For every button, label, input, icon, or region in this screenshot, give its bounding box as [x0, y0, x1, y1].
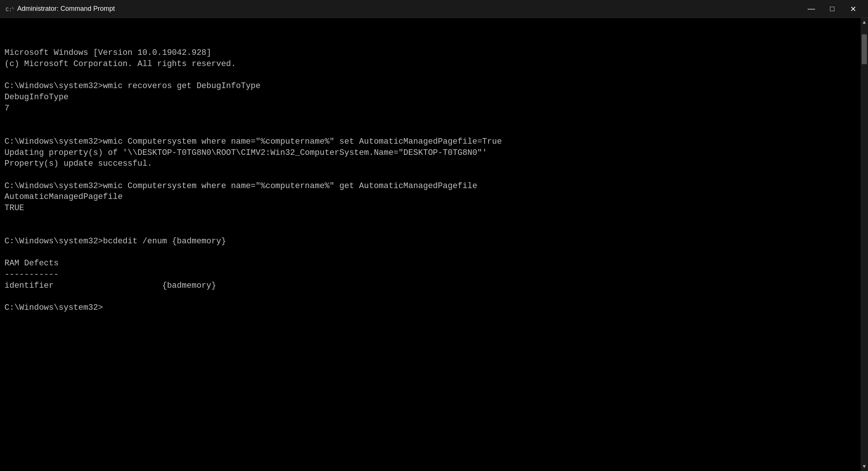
- console-line: DebugInfoType: [4, 92, 855, 103]
- console-line: Microsoft Windows [Version 10.0.19042.92…: [4, 47, 855, 59]
- scroll-up-arrow[interactable]: ▲: [863, 18, 866, 27]
- close-button[interactable]: ✕: [843, 0, 864, 18]
- title-bar-left: C:\ Administrator: Command Prompt: [4, 4, 115, 13]
- console-line: C:\Windows\system32>: [4, 302, 855, 314]
- svg-text:C:\: C:\: [6, 7, 13, 13]
- console-line: Updating property(s) of '\\DESKTOP-T0TG8…: [4, 147, 855, 159]
- console-line: identifier {badmemory}: [4, 280, 855, 291]
- console-line: [4, 114, 855, 125]
- window-title: Administrator: Command Prompt: [17, 5, 115, 13]
- title-bar: C:\ Administrator: Command Prompt — □ ✕: [0, 0, 868, 18]
- console-output[interactable]: Microsoft Windows [Version 10.0.19042.92…: [0, 18, 868, 471]
- console-line: (c) Microsoft Corporation. All rights re…: [4, 59, 855, 70]
- console-line: AutomaticManagedPagefile: [4, 191, 855, 203]
- content-area: Microsoft Windows [Version 10.0.19042.92…: [0, 18, 868, 471]
- terminal-text: Microsoft Windows [Version 10.0.19042.92…: [4, 47, 864, 314]
- console-line: C:\Windows\system32>wmic Computersystem …: [4, 136, 855, 147]
- console-line: [4, 225, 855, 236]
- console-line: C:\Windows\system32>wmic Computersystem …: [4, 181, 855, 192]
- console-line: [4, 169, 855, 181]
- console-line: [4, 214, 855, 225]
- maximize-button[interactable]: □: [822, 0, 843, 18]
- scroll-down-arrow[interactable]: ▼: [863, 462, 866, 471]
- console-line: C:\Windows\system32>wmic recoveros get D…: [4, 81, 855, 92]
- window-controls: — □ ✕: [801, 0, 864, 18]
- console-line: 7: [4, 103, 855, 114]
- console-line: -----------: [4, 269, 855, 280]
- console-line: C:\Windows\system32>bcdedit /enum {badme…: [4, 236, 855, 247]
- cmd-icon: C:\: [4, 4, 13, 13]
- console-line: TRUE: [4, 203, 855, 214]
- console-line: [4, 125, 855, 136]
- scrollbar-thumb[interactable]: [862, 34, 867, 64]
- console-line: [4, 247, 855, 258]
- scrollbar[interactable]: ▲ ▼: [861, 18, 868, 471]
- console-line: Property(s) update successful.: [4, 158, 855, 169]
- console-line: [4, 291, 855, 303]
- console-line: [4, 70, 855, 81]
- cmd-window: C:\ Administrator: Command Prompt — □ ✕ …: [0, 0, 868, 471]
- minimize-button[interactable]: —: [801, 0, 822, 18]
- console-line: RAM Defects: [4, 258, 855, 269]
